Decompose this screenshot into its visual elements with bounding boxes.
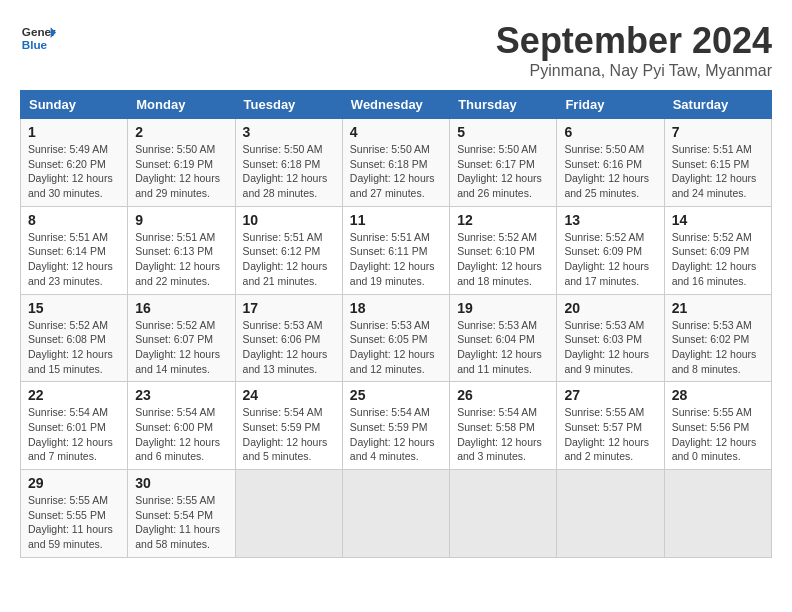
calendar-cell: 20Sunrise: 5:53 AMSunset: 6:03 PMDayligh… bbox=[557, 294, 664, 382]
day-number: 20 bbox=[564, 300, 656, 316]
calendar-week-row: 15Sunrise: 5:52 AMSunset: 6:08 PMDayligh… bbox=[21, 294, 772, 382]
day-number: 29 bbox=[28, 475, 120, 491]
col-header-saturday: Saturday bbox=[664, 91, 771, 119]
day-number: 8 bbox=[28, 212, 120, 228]
calendar-subtitle: Pyinmana, Nay Pyi Taw, Myanmar bbox=[496, 62, 772, 80]
calendar-cell bbox=[450, 470, 557, 558]
calendar-cell: 27Sunrise: 5:55 AMSunset: 5:57 PMDayligh… bbox=[557, 382, 664, 470]
calendar-cell: 1Sunrise: 5:49 AMSunset: 6:20 PMDaylight… bbox=[21, 119, 128, 207]
day-number: 16 bbox=[135, 300, 227, 316]
day-info: Sunrise: 5:55 AMSunset: 5:55 PMDaylight:… bbox=[28, 493, 120, 552]
day-info: Sunrise: 5:55 AMSunset: 5:56 PMDaylight:… bbox=[672, 405, 764, 464]
calendar-cell bbox=[664, 470, 771, 558]
day-info: Sunrise: 5:53 AMSunset: 6:04 PMDaylight:… bbox=[457, 318, 549, 377]
calendar-cell: 30Sunrise: 5:55 AMSunset: 5:54 PMDayligh… bbox=[128, 470, 235, 558]
page-header: General Blue September 2024 Pyinmana, Na… bbox=[20, 20, 772, 80]
day-info: Sunrise: 5:50 AMSunset: 6:17 PMDaylight:… bbox=[457, 142, 549, 201]
day-number: 18 bbox=[350, 300, 442, 316]
calendar-cell: 28Sunrise: 5:55 AMSunset: 5:56 PMDayligh… bbox=[664, 382, 771, 470]
calendar-cell: 19Sunrise: 5:53 AMSunset: 6:04 PMDayligh… bbox=[450, 294, 557, 382]
day-number: 22 bbox=[28, 387, 120, 403]
day-info: Sunrise: 5:55 AMSunset: 5:54 PMDaylight:… bbox=[135, 493, 227, 552]
day-info: Sunrise: 5:52 AMSunset: 6:08 PMDaylight:… bbox=[28, 318, 120, 377]
calendar-cell: 29Sunrise: 5:55 AMSunset: 5:55 PMDayligh… bbox=[21, 470, 128, 558]
day-number: 28 bbox=[672, 387, 764, 403]
calendar-cell: 6Sunrise: 5:50 AMSunset: 6:16 PMDaylight… bbox=[557, 119, 664, 207]
calendar-cell: 4Sunrise: 5:50 AMSunset: 6:18 PMDaylight… bbox=[342, 119, 449, 207]
col-header-wednesday: Wednesday bbox=[342, 91, 449, 119]
day-info: Sunrise: 5:50 AMSunset: 6:18 PMDaylight:… bbox=[350, 142, 442, 201]
calendar-cell: 21Sunrise: 5:53 AMSunset: 6:02 PMDayligh… bbox=[664, 294, 771, 382]
col-header-tuesday: Tuesday bbox=[235, 91, 342, 119]
day-info: Sunrise: 5:53 AMSunset: 6:02 PMDaylight:… bbox=[672, 318, 764, 377]
calendar-cell: 2Sunrise: 5:50 AMSunset: 6:19 PMDaylight… bbox=[128, 119, 235, 207]
day-info: Sunrise: 5:52 AMSunset: 6:09 PMDaylight:… bbox=[564, 230, 656, 289]
day-info: Sunrise: 5:53 AMSunset: 6:05 PMDaylight:… bbox=[350, 318, 442, 377]
day-number: 11 bbox=[350, 212, 442, 228]
svg-text:Blue: Blue bbox=[22, 38, 48, 51]
logo: General Blue bbox=[20, 20, 56, 56]
day-number: 7 bbox=[672, 124, 764, 140]
calendar-cell: 10Sunrise: 5:51 AMSunset: 6:12 PMDayligh… bbox=[235, 206, 342, 294]
title-section: September 2024 Pyinmana, Nay Pyi Taw, My… bbox=[496, 20, 772, 80]
calendar-week-row: 29Sunrise: 5:55 AMSunset: 5:55 PMDayligh… bbox=[21, 470, 772, 558]
day-number: 23 bbox=[135, 387, 227, 403]
calendar-cell: 15Sunrise: 5:52 AMSunset: 6:08 PMDayligh… bbox=[21, 294, 128, 382]
calendar-cell: 25Sunrise: 5:54 AMSunset: 5:59 PMDayligh… bbox=[342, 382, 449, 470]
day-number: 25 bbox=[350, 387, 442, 403]
day-number: 15 bbox=[28, 300, 120, 316]
col-header-sunday: Sunday bbox=[21, 91, 128, 119]
day-number: 14 bbox=[672, 212, 764, 228]
calendar-cell: 24Sunrise: 5:54 AMSunset: 5:59 PMDayligh… bbox=[235, 382, 342, 470]
calendar-cell: 11Sunrise: 5:51 AMSunset: 6:11 PMDayligh… bbox=[342, 206, 449, 294]
calendar-cell: 5Sunrise: 5:50 AMSunset: 6:17 PMDaylight… bbox=[450, 119, 557, 207]
day-number: 10 bbox=[243, 212, 335, 228]
calendar-title: September 2024 bbox=[496, 20, 772, 62]
day-info: Sunrise: 5:51 AMSunset: 6:12 PMDaylight:… bbox=[243, 230, 335, 289]
calendar-cell bbox=[342, 470, 449, 558]
day-info: Sunrise: 5:50 AMSunset: 6:18 PMDaylight:… bbox=[243, 142, 335, 201]
calendar-cell: 7Sunrise: 5:51 AMSunset: 6:15 PMDaylight… bbox=[664, 119, 771, 207]
calendar-cell: 18Sunrise: 5:53 AMSunset: 6:05 PMDayligh… bbox=[342, 294, 449, 382]
day-info: Sunrise: 5:54 AMSunset: 5:59 PMDaylight:… bbox=[243, 405, 335, 464]
day-info: Sunrise: 5:51 AMSunset: 6:11 PMDaylight:… bbox=[350, 230, 442, 289]
calendar-cell: 17Sunrise: 5:53 AMSunset: 6:06 PMDayligh… bbox=[235, 294, 342, 382]
calendar-cell bbox=[557, 470, 664, 558]
col-header-thursday: Thursday bbox=[450, 91, 557, 119]
day-info: Sunrise: 5:53 AMSunset: 6:06 PMDaylight:… bbox=[243, 318, 335, 377]
col-header-monday: Monday bbox=[128, 91, 235, 119]
calendar-cell: 23Sunrise: 5:54 AMSunset: 6:00 PMDayligh… bbox=[128, 382, 235, 470]
col-header-friday: Friday bbox=[557, 91, 664, 119]
day-info: Sunrise: 5:52 AMSunset: 6:09 PMDaylight:… bbox=[672, 230, 764, 289]
day-info: Sunrise: 5:51 AMSunset: 6:13 PMDaylight:… bbox=[135, 230, 227, 289]
day-info: Sunrise: 5:55 AMSunset: 5:57 PMDaylight:… bbox=[564, 405, 656, 464]
day-number: 5 bbox=[457, 124, 549, 140]
day-number: 24 bbox=[243, 387, 335, 403]
calendar-cell: 22Sunrise: 5:54 AMSunset: 6:01 PMDayligh… bbox=[21, 382, 128, 470]
calendar-week-row: 1Sunrise: 5:49 AMSunset: 6:20 PMDaylight… bbox=[21, 119, 772, 207]
day-info: Sunrise: 5:54 AMSunset: 6:00 PMDaylight:… bbox=[135, 405, 227, 464]
day-info: Sunrise: 5:51 AMSunset: 6:14 PMDaylight:… bbox=[28, 230, 120, 289]
calendar-header-row: SundayMondayTuesdayWednesdayThursdayFrid… bbox=[21, 91, 772, 119]
day-info: Sunrise: 5:50 AMSunset: 6:16 PMDaylight:… bbox=[564, 142, 656, 201]
calendar-week-row: 22Sunrise: 5:54 AMSunset: 6:01 PMDayligh… bbox=[21, 382, 772, 470]
calendar-cell bbox=[235, 470, 342, 558]
day-number: 26 bbox=[457, 387, 549, 403]
day-number: 2 bbox=[135, 124, 227, 140]
day-info: Sunrise: 5:49 AMSunset: 6:20 PMDaylight:… bbox=[28, 142, 120, 201]
calendar-week-row: 8Sunrise: 5:51 AMSunset: 6:14 PMDaylight… bbox=[21, 206, 772, 294]
calendar-cell: 26Sunrise: 5:54 AMSunset: 5:58 PMDayligh… bbox=[450, 382, 557, 470]
calendar-cell: 3Sunrise: 5:50 AMSunset: 6:18 PMDaylight… bbox=[235, 119, 342, 207]
calendar-cell: 16Sunrise: 5:52 AMSunset: 6:07 PMDayligh… bbox=[128, 294, 235, 382]
day-number: 12 bbox=[457, 212, 549, 228]
day-number: 30 bbox=[135, 475, 227, 491]
day-info: Sunrise: 5:50 AMSunset: 6:19 PMDaylight:… bbox=[135, 142, 227, 201]
day-info: Sunrise: 5:54 AMSunset: 6:01 PMDaylight:… bbox=[28, 405, 120, 464]
calendar-cell: 9Sunrise: 5:51 AMSunset: 6:13 PMDaylight… bbox=[128, 206, 235, 294]
day-number: 3 bbox=[243, 124, 335, 140]
calendar-cell: 8Sunrise: 5:51 AMSunset: 6:14 PMDaylight… bbox=[21, 206, 128, 294]
day-number: 9 bbox=[135, 212, 227, 228]
day-number: 1 bbox=[28, 124, 120, 140]
calendar-cell: 14Sunrise: 5:52 AMSunset: 6:09 PMDayligh… bbox=[664, 206, 771, 294]
logo-icon: General Blue bbox=[20, 20, 56, 56]
